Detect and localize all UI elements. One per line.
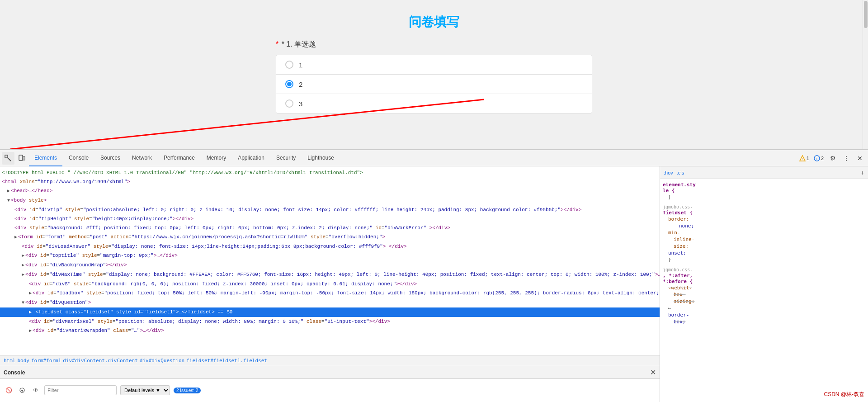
option-item-3[interactable]: 3 bbox=[276, 94, 592, 114]
html-line-html[interactable]: <html xmlns="http://www.w3.org/1999/xhtm… bbox=[0, 177, 660, 186]
styles-panel: :hov .cls + element.sty le { } bbox=[660, 166, 868, 402]
settings-button[interactable]: ⚙ bbox=[826, 152, 839, 165]
tab-sources[interactable]: Sources bbox=[95, 150, 126, 166]
breadcrumb-fieldset[interactable]: fieldset#fieldset1.fieldset bbox=[186, 358, 267, 364]
style-selector-element: element.sty bbox=[663, 182, 865, 188]
console-clear-button[interactable]: 🚫 bbox=[4, 385, 14, 395]
style-close-fieldset: } bbox=[663, 256, 865, 263]
console-area: Console ✕ 🚫 ▼ 👁 Default levels ▼ 2 Issue… bbox=[0, 366, 660, 402]
option-item-1[interactable]: 1 bbox=[276, 55, 592, 75]
html-line-tipheight[interactable]: <div id="tipHeight" style="height:40px;d… bbox=[0, 214, 660, 223]
page-title-container: 问卷填写 bbox=[0, 0, 868, 40]
scrollbar-thumb bbox=[864, 1, 868, 28]
tab-network[interactable]: Network bbox=[127, 150, 157, 166]
styles-toolbar: :hov .cls + bbox=[660, 166, 868, 179]
html-line-divs[interactable]: <div id="divS" style="background: rgb(0,… bbox=[0, 279, 660, 288]
breadcrumb-body[interactable]: body bbox=[18, 358, 30, 364]
html-line-divtip[interactable]: <div id="divTip" style="position:absolut… bbox=[0, 205, 660, 214]
breadcrumb-html[interactable]: html bbox=[4, 358, 16, 364]
style-inline-size-label: inline- bbox=[663, 236, 865, 243]
main-content: 问卷填写 * * 1. 单选题 1 2 3 bbox=[0, 0, 868, 149]
tab-performance[interactable]: Performance bbox=[158, 150, 200, 166]
elements-panel: <!DOCTYPE html PUBLIC "-//W3C//DTD XHTML… bbox=[0, 166, 660, 402]
devtools-panel: Elements Console Sources Network Perform… bbox=[0, 149, 868, 402]
option-label-2: 2 bbox=[299, 80, 302, 88]
style-border-box: border- bbox=[663, 312, 865, 318]
style-close-element: } bbox=[663, 194, 865, 200]
html-line-head[interactable]: <head>…</head> bbox=[0, 186, 660, 196]
tab-elements[interactable]: Elements bbox=[29, 150, 62, 166]
html-line-form1[interactable]: <form id="form1" method="post" action="h… bbox=[0, 232, 660, 242]
devtools-toolbar: Elements Console Sources Network Perform… bbox=[0, 150, 868, 166]
options-list: 1 2 3 bbox=[276, 55, 592, 114]
breadcrumb-divcontent[interactable]: div#divContent.divContent bbox=[63, 358, 138, 364]
console-label: Console bbox=[4, 369, 25, 376]
radio-circle-1 bbox=[285, 61, 293, 69]
html-line-loadbox[interactable]: <div id="loadbox" style="position: fixed… bbox=[0, 288, 660, 298]
style-selector-after-before: , *:after, bbox=[663, 273, 865, 279]
console-close-button[interactable]: ✕ bbox=[650, 368, 656, 377]
style-arrow: ← bbox=[663, 305, 865, 312]
page-title: 问卷填写 bbox=[0, 14, 868, 31]
device-toggle-button[interactable] bbox=[15, 152, 28, 165]
console-toolbar: Console ✕ bbox=[0, 366, 660, 379]
style-box: box- bbox=[663, 291, 865, 298]
html-line-body[interactable]: <body style> bbox=[0, 196, 660, 205]
svg-text:!: ! bbox=[802, 157, 803, 161]
style-unset-val: unset; bbox=[663, 250, 865, 256]
style-source-jqmobo2: jqmobo.css- bbox=[663, 267, 865, 273]
html-line-divbackgroundwrap[interactable]: <div id="divBackgroundWrap"></div> bbox=[0, 260, 660, 270]
console-filter-input[interactable] bbox=[44, 385, 117, 395]
issues-count-button[interactable]: i 2 bbox=[812, 152, 826, 165]
tab-lighthouse[interactable]: Lighthouse bbox=[302, 150, 340, 166]
breadcrumb-form[interactable]: form#form1 bbox=[31, 358, 61, 364]
elements-content[interactable]: <!DOCTYPE html PUBLIC "-//W3C//DTD XHTML… bbox=[0, 166, 660, 355]
console-eye-button[interactable]: 👁 bbox=[31, 385, 41, 395]
tab-application[interactable]: Application bbox=[232, 150, 270, 166]
required-mark: * bbox=[276, 40, 278, 48]
styles-hov-button[interactable]: :hov bbox=[664, 170, 673, 175]
style-selector-le: le { bbox=[663, 188, 865, 194]
html-line-divmatrixwrapden[interactable]: <div id="divMatrixWrapden" class="…">…</… bbox=[0, 326, 660, 336]
tab-memory[interactable]: Memory bbox=[201, 150, 231, 166]
console-level-select[interactable]: Default levels ▼ bbox=[120, 385, 170, 395]
warning-count-button[interactable]: ! 1 bbox=[797, 152, 811, 165]
question-text: * 1. 单选题 bbox=[282, 40, 316, 48]
option-label-1: 1 bbox=[299, 61, 302, 69]
style-box-val: box; bbox=[663, 318, 865, 325]
html-line-doctype: <!DOCTYPE html PUBLIC "-//W3C//DTD XHTML… bbox=[0, 168, 660, 177]
radio-circle-3 bbox=[285, 99, 293, 108]
option-item-2[interactable]: 2 bbox=[276, 75, 592, 94]
console-top-button[interactable]: ▼ bbox=[17, 385, 27, 395]
html-line-divworkerror[interactable]: <div style="background: #fff; position: … bbox=[0, 223, 660, 232]
tab-security[interactable]: Security bbox=[271, 150, 301, 166]
devtools-main: <!DOCTYPE html PUBLIC "-//W3C//DTD XHTML… bbox=[0, 166, 868, 402]
styles-content: element.sty le { } jqmobo.css- field bbox=[660, 179, 868, 402]
page-scrollbar[interactable] bbox=[863, 0, 868, 149]
html-line-divmatrixrel[interactable]: <div id="divMatrixRel" style="position: … bbox=[0, 317, 660, 326]
html-line-divloadanswer[interactable]: <div id="divLoadAnswer" style="display: … bbox=[0, 242, 660, 251]
html-line-toptitle[interactable]: <div id="toptitle" style="margin-top: 0p… bbox=[0, 251, 660, 260]
style-border-none-val: none; bbox=[663, 222, 865, 229]
styles-cls-button[interactable]: .cls bbox=[677, 170, 684, 175]
option-label-3: 3 bbox=[299, 100, 302, 108]
issues-badge[interactable]: 2 Issues: 2 bbox=[174, 388, 201, 393]
style-rule-after-before: jqmobo.css- , *:after, *:before { -webki… bbox=[663, 267, 865, 325]
html-line-divquestion[interactable]: <div id="divQuestion"> bbox=[0, 298, 660, 307]
breadcrumb: html body form#form1 div#divContent.divC… bbox=[0, 355, 660, 366]
question-container: * * 1. 单选题 1 2 3 bbox=[276, 40, 592, 114]
style-webkit-box-sizing: -webkit- bbox=[663, 284, 865, 291]
question-label: * * 1. 单选题 bbox=[276, 40, 592, 49]
style-source-jqmobo1: jqmobo.css- bbox=[663, 204, 865, 210]
html-line-fieldset1[interactable]: ▶ <fieldset class="fieldset" style id="f… bbox=[0, 307, 660, 317]
svg-rect-4 bbox=[23, 156, 25, 160]
tab-console[interactable]: Console bbox=[63, 150, 94, 166]
breadcrumb-divquestion[interactable]: div#divQuestion bbox=[140, 358, 184, 364]
element-picker-button[interactable] bbox=[2, 152, 14, 165]
styles-add-button[interactable]: + bbox=[861, 169, 864, 176]
close-devtools-button[interactable]: ✕ bbox=[854, 152, 866, 165]
svg-rect-1 bbox=[5, 155, 8, 158]
more-options-button[interactable]: ⋮ bbox=[840, 152, 853, 165]
svg-rect-3 bbox=[19, 155, 23, 161]
html-line-divmaxtime[interactable]: <div id="divMaxTime" style="display: non… bbox=[0, 270, 660, 279]
